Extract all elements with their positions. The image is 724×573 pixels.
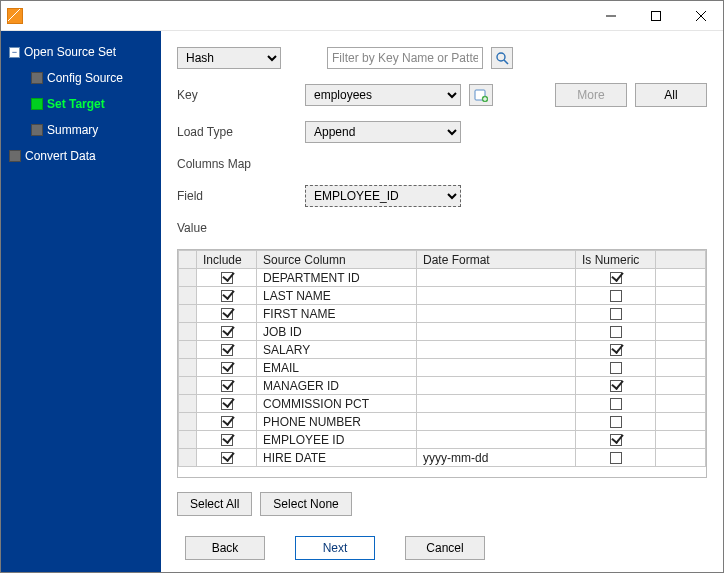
row-header[interactable] (179, 269, 197, 287)
table-row[interactable]: MANAGER ID (179, 377, 706, 395)
include-checkbox[interactable] (221, 434, 233, 446)
include-cell[interactable] (197, 377, 257, 395)
key-filter-input[interactable] (327, 47, 483, 69)
table-row[interactable]: LAST NAME (179, 287, 706, 305)
include-checkbox[interactable] (221, 380, 233, 392)
next-button[interactable]: Next (295, 536, 375, 560)
is-numeric-cell[interactable] (576, 287, 656, 305)
source-column-cell[interactable]: FIRST NAME (257, 305, 417, 323)
date-format-cell[interactable] (417, 305, 576, 323)
include-cell[interactable] (197, 269, 257, 287)
tree-node-open-source-set[interactable]: − Open Source Set (9, 45, 161, 59)
date-format-cell[interactable] (417, 377, 576, 395)
date-format-cell[interactable] (417, 341, 576, 359)
is-numeric-cell[interactable] (576, 395, 656, 413)
source-column-cell[interactable]: COMMISSION PCT (257, 395, 417, 413)
table-row[interactable]: JOB ID (179, 323, 706, 341)
is-numeric-checkbox[interactable] (610, 398, 622, 410)
source-column-cell[interactable]: HIRE DATE (257, 449, 417, 467)
is-numeric-checkbox[interactable] (610, 308, 622, 320)
include-checkbox[interactable] (221, 326, 233, 338)
tree-node-summary[interactable]: Summary (31, 123, 161, 137)
is-numeric-cell[interactable] (576, 377, 656, 395)
include-cell[interactable] (197, 449, 257, 467)
is-numeric-checkbox[interactable] (610, 452, 622, 464)
include-checkbox[interactable] (221, 398, 233, 410)
close-button[interactable] (678, 1, 723, 30)
tree-node-config-source[interactable]: Config Source (31, 71, 161, 85)
row-header[interactable] (179, 341, 197, 359)
source-column-cell[interactable]: MANAGER ID (257, 377, 417, 395)
include-cell[interactable] (197, 305, 257, 323)
all-button[interactable]: All (635, 83, 707, 107)
date-format-cell[interactable] (417, 359, 576, 377)
include-checkbox[interactable] (221, 416, 233, 428)
minimize-button[interactable] (588, 1, 633, 30)
row-header[interactable] (179, 449, 197, 467)
table-row[interactable]: COMMISSION PCT (179, 395, 706, 413)
key-select[interactable]: employees (305, 84, 461, 106)
is-numeric-checkbox[interactable] (610, 362, 622, 374)
tree-node-convert-data[interactable]: Convert Data (9, 149, 161, 163)
is-numeric-checkbox[interactable] (610, 434, 622, 446)
date-format-cell[interactable] (417, 323, 576, 341)
row-header[interactable] (179, 323, 197, 341)
row-header[interactable] (179, 413, 197, 431)
table-row[interactable]: EMAIL (179, 359, 706, 377)
cancel-button[interactable]: Cancel (405, 536, 485, 560)
table-row[interactable]: HIRE DATEyyyy-mm-dd (179, 449, 706, 467)
is-numeric-checkbox[interactable] (610, 380, 622, 392)
field-select[interactable]: EMPLOYEE_ID (305, 185, 461, 207)
table-row[interactable]: EMPLOYEE ID (179, 431, 706, 449)
row-header[interactable] (179, 287, 197, 305)
select-all-button[interactable]: Select All (177, 492, 252, 516)
include-cell[interactable] (197, 431, 257, 449)
table-row[interactable]: SALARY (179, 341, 706, 359)
add-key-button[interactable] (469, 84, 493, 106)
is-numeric-cell[interactable] (576, 305, 656, 323)
date-format-cell[interactable] (417, 413, 576, 431)
source-column-cell[interactable]: SALARY (257, 341, 417, 359)
date-format-cell[interactable]: yyyy-mm-dd (417, 449, 576, 467)
is-numeric-checkbox[interactable] (610, 344, 622, 356)
date-format-cell[interactable] (417, 395, 576, 413)
row-header[interactable] (179, 359, 197, 377)
key-type-select[interactable]: Hash (177, 47, 281, 69)
more-button[interactable]: More (555, 83, 627, 107)
include-checkbox[interactable] (221, 362, 233, 374)
include-cell[interactable] (197, 413, 257, 431)
is-numeric-cell[interactable] (576, 449, 656, 467)
include-cell[interactable] (197, 323, 257, 341)
is-numeric-cell[interactable] (576, 413, 656, 431)
source-column-cell[interactable]: EMPLOYEE ID (257, 431, 417, 449)
include-checkbox[interactable] (221, 452, 233, 464)
col-header-source[interactable]: Source Column (257, 251, 417, 269)
source-column-cell[interactable]: LAST NAME (257, 287, 417, 305)
is-numeric-checkbox[interactable] (610, 272, 622, 284)
include-cell[interactable] (197, 341, 257, 359)
back-button[interactable]: Back (185, 536, 265, 560)
date-format-cell[interactable] (417, 269, 576, 287)
is-numeric-checkbox[interactable] (610, 326, 622, 338)
col-header-date-format[interactable]: Date Format (417, 251, 576, 269)
row-header[interactable] (179, 305, 197, 323)
include-cell[interactable] (197, 287, 257, 305)
table-row[interactable]: PHONE NUMBER (179, 413, 706, 431)
is-numeric-cell[interactable] (576, 431, 656, 449)
search-button[interactable] (491, 47, 513, 69)
table-row[interactable]: DEPARTMENT ID (179, 269, 706, 287)
source-column-cell[interactable]: PHONE NUMBER (257, 413, 417, 431)
tree-node-set-target[interactable]: Set Target (31, 97, 161, 111)
include-checkbox[interactable] (221, 308, 233, 320)
col-header-include[interactable]: Include (197, 251, 257, 269)
source-column-cell[interactable]: EMAIL (257, 359, 417, 377)
include-checkbox[interactable] (221, 290, 233, 302)
is-numeric-cell[interactable] (576, 269, 656, 287)
is-numeric-cell[interactable] (576, 341, 656, 359)
tree-collapse-icon[interactable]: − (9, 47, 20, 58)
row-header[interactable] (179, 395, 197, 413)
source-column-cell[interactable]: DEPARTMENT ID (257, 269, 417, 287)
columns-grid[interactable]: Include Source Column Date Format Is Num… (177, 249, 707, 478)
table-row[interactable]: FIRST NAME (179, 305, 706, 323)
is-numeric-checkbox[interactable] (610, 416, 622, 428)
